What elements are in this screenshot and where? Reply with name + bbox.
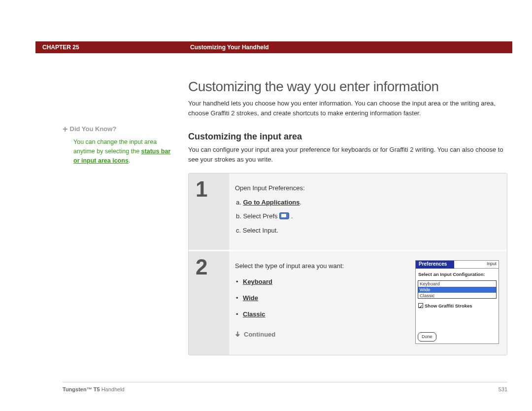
step1-lead: Open Input Preferences: bbox=[235, 182, 499, 195]
step1-c: c. Select Input. bbox=[236, 225, 499, 237]
chapter-header: CHAPTER 25 Customizing Your Handheld bbox=[35, 41, 512, 53]
step-1: 1 Open Input Preferences: a. Go to Appli… bbox=[189, 173, 507, 251]
sidebar-tip: +Did You Know? You can change the input … bbox=[63, 79, 188, 355]
page-number: 531 bbox=[499, 386, 507, 392]
prefs-option-keyboard[interactable]: Keyboard bbox=[418, 281, 496, 287]
step-2: 2 Select the type of input area you want… bbox=[189, 251, 507, 355]
step-body: Open Input Preferences: a. Go to Applica… bbox=[229, 173, 507, 250]
prefs-listbox: Keyboard Wide Classic bbox=[418, 280, 497, 299]
footer-rule bbox=[63, 382, 507, 382]
page-footer: Tungsten™ T5 Handheld 531 bbox=[63, 386, 507, 392]
prefs-title: Preferences bbox=[416, 261, 454, 269]
chapter-label: CHAPTER 25 bbox=[42, 44, 190, 51]
product-name: Tungsten™ T5 Handheld bbox=[63, 386, 125, 392]
link-wide[interactable]: Wide bbox=[243, 294, 258, 302]
tip-text-end: . bbox=[129, 157, 130, 164]
step2-lead: Select the type of input area you want: bbox=[235, 260, 404, 273]
chapter-title: Customizing Your Handheld bbox=[190, 44, 269, 51]
link-classic[interactable]: Classic bbox=[243, 310, 266, 318]
section-heading: Customizing the input area bbox=[188, 132, 507, 142]
tip-heading: +Did You Know? bbox=[63, 123, 178, 136]
main-content: Customizing the way you enter informatio… bbox=[188, 79, 507, 355]
link-keyboard[interactable]: Keyboard bbox=[243, 278, 272, 285]
tip-body: You can change the input area anytime by… bbox=[63, 137, 178, 165]
step1-a: a. Go to Applications. bbox=[236, 197, 499, 209]
continued-indicator: ➜Continued bbox=[235, 328, 404, 341]
tip-heading-text: Did You Know? bbox=[70, 125, 117, 133]
prefs-option-classic[interactable]: Classic bbox=[418, 293, 496, 299]
page-heading: Customizing the way you enter informatio… bbox=[188, 79, 507, 95]
steps-container: 1 Open Input Preferences: a. Go to Appli… bbox=[188, 173, 507, 355]
intro-paragraph: Your handheld lets you choose how you en… bbox=[188, 99, 507, 118]
prefs-category: Input bbox=[454, 261, 499, 269]
step-number: 2 bbox=[189, 251, 229, 355]
section-intro: You can configure your input area your p… bbox=[188, 145, 507, 164]
continued-arrow-icon: ➜ bbox=[232, 331, 245, 337]
prefs-icon bbox=[279, 212, 289, 219]
link-go-to-applications[interactable]: Go to Applications bbox=[243, 199, 299, 206]
step-body: Select the type of input area you want: … bbox=[229, 251, 507, 355]
prefs-checkbox-row[interactable]: Show Graffiti Strokes bbox=[416, 299, 499, 313]
checkbox-icon bbox=[418, 303, 423, 308]
step-number: 1 bbox=[189, 173, 229, 250]
prefs-option-wide[interactable]: Wide bbox=[418, 287, 496, 293]
plus-icon: + bbox=[63, 124, 68, 134]
prefs-label: Select an Input Configuration: bbox=[416, 269, 499, 280]
preferences-screenshot: Preferences Input Select an Input Config… bbox=[415, 260, 499, 344]
done-button[interactable]: Done bbox=[418, 332, 436, 342]
step1-b: b. Select Prefs . bbox=[236, 210, 499, 223]
